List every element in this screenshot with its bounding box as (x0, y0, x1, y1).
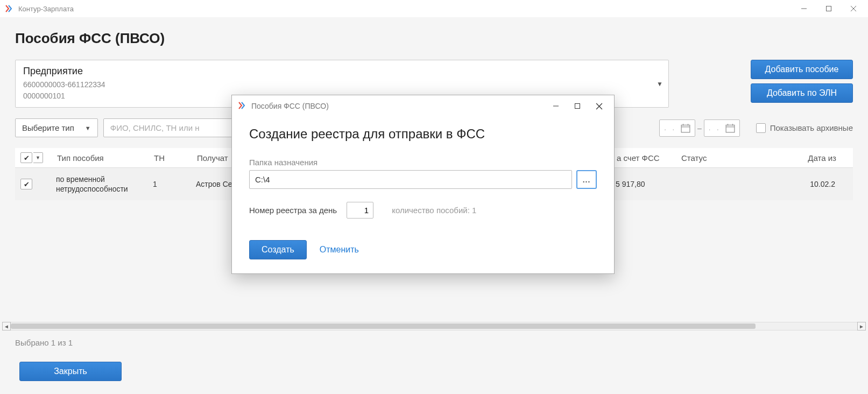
add-by-eln-button[interactable]: Добавить по ЭЛН (751, 83, 853, 103)
scroll-right-button[interactable]: ► (857, 322, 866, 330)
reg-number-label: Номер реестра за день (249, 206, 337, 215)
create-button[interactable]: Создать (249, 240, 307, 259)
show-archive-checkbox[interactable] (756, 123, 766, 133)
page-title: Пособия ФСС (ПВСО) (15, 30, 853, 47)
scroll-thumb[interactable] (11, 323, 756, 329)
col-tn: ТН (151, 153, 194, 163)
calendar-icon (681, 123, 690, 133)
modal-logo-icon (237, 101, 247, 111)
app-title: Контур-Зарплата (18, 5, 74, 13)
cell-date: 10.02.2 (785, 180, 838, 188)
calendar-icon (725, 123, 735, 133)
browse-button[interactable]: ... (576, 170, 597, 189)
horizontal-scrollbar[interactable]: ◄ ► (2, 322, 866, 330)
svg-rect-8 (726, 125, 735, 132)
select-all-checkbox[interactable]: ✔ (20, 152, 32, 163)
col-fss: а счет ФСС (613, 153, 678, 163)
type-select-label: Выберите тип (22, 123, 74, 132)
search-input[interactable]: ФИО, СНИЛС, ТН или н (103, 118, 232, 137)
date-from-input[interactable]: . . (659, 119, 695, 137)
close-window-button[interactable] (841, 0, 866, 17)
modal-minimize-button[interactable] (545, 95, 567, 117)
app-logo-icon (4, 4, 14, 13)
col-status: Статус (678, 153, 786, 163)
row-checkbox[interactable]: ✔ (20, 179, 32, 189)
enterprise-line1: 6600000003-661122334 (23, 79, 661, 90)
create-registry-modal: Пособия ФСС (ПВСО) Создание реестра для … (231, 95, 615, 274)
modal-titlebar: Пособия ФСС (ПВСО) (232, 95, 614, 117)
modal-heading: Создание реестра для отправки в ФСС (249, 126, 597, 142)
scroll-track[interactable] (11, 322, 857, 330)
date-from-value: . . (664, 124, 676, 132)
benefit-count-label: количество пособий: 1 (392, 206, 476, 215)
add-benefit-button[interactable]: Добавить пособие (751, 60, 853, 79)
titlebar: Контур-Зарплата (0, 0, 868, 17)
cancel-button[interactable]: Отменить (320, 245, 359, 255)
folder-path-input[interactable]: C:\4 (249, 170, 572, 189)
date-range-dash: – (697, 124, 702, 132)
select-all-dropdown[interactable]: ▼ (33, 152, 43, 163)
minimize-button[interactable] (792, 0, 816, 17)
enterprise-label: Предприятие (23, 66, 661, 77)
folder-label: Папка назначения (249, 158, 597, 167)
chevron-down-icon: ▼ (657, 80, 663, 88)
col-type: Тип пособия (54, 153, 151, 163)
modal-window-title: Пособия ФСС (ПВСО) (251, 102, 329, 110)
close-page-button[interactable]: Закрыть (19, 362, 122, 381)
show-archive-label: Показывать архивные (770, 123, 853, 132)
modal-maximize-button[interactable] (567, 95, 588, 117)
svg-rect-4 (681, 125, 690, 132)
cell-tn: 1 (150, 180, 193, 188)
cell-fss: 5 917,80 (612, 180, 677, 188)
selection-summary: Выбрано 1 из 1 (15, 338, 73, 347)
reg-number-input[interactable] (347, 202, 373, 219)
scroll-left-button[interactable]: ◄ (2, 322, 11, 330)
date-to-value: . . (709, 124, 721, 132)
date-to-input[interactable]: . . (704, 119, 740, 137)
cell-type: по временной нетрудоспособности (53, 174, 150, 194)
chevron-down-icon: ▼ (85, 125, 91, 131)
modal-close-button[interactable] (588, 95, 610, 117)
svg-rect-13 (575, 104, 580, 109)
maximize-button[interactable] (816, 0, 841, 17)
col-date: Дата из (786, 153, 839, 163)
svg-rect-1 (827, 6, 831, 11)
type-select[interactable]: Выберите тип ▼ (15, 118, 98, 137)
